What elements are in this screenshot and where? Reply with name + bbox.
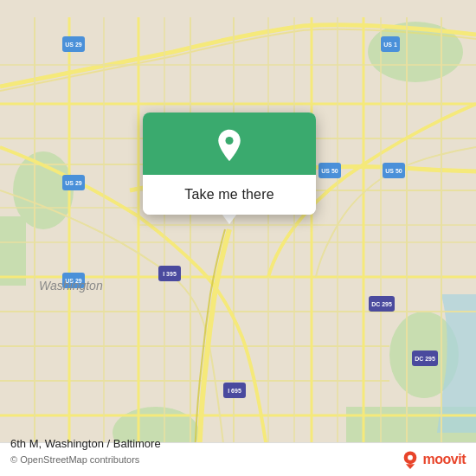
location-label: 6th M, Washington / Baltimore <box>10 437 161 450</box>
svg-text:I 395: I 395 <box>163 271 177 277</box>
take-me-there-button[interactable]: Take me there <box>143 175 316 215</box>
svg-text:US 29: US 29 <box>65 180 82 186</box>
svg-text:US 50: US 50 <box>321 168 338 174</box>
bottom-bar: © OpenStreetMap contributors 6th M, Wash… <box>0 442 476 476</box>
location-pin-icon <box>212 128 247 163</box>
map-background: US 29 US 29 US 29 US 1 US 50 US 50 I 395… <box>0 0 476 476</box>
svg-text:US 1: US 1 <box>383 42 397 48</box>
popup-header <box>143 113 316 175</box>
svg-text:DC 295: DC 295 <box>371 301 392 307</box>
moovit-text: moovit <box>423 452 466 467</box>
moovit-logo: moovit <box>401 450 466 469</box>
moovit-icon <box>401 450 420 469</box>
svg-text:I 695: I 695 <box>228 388 241 394</box>
svg-point-59 <box>408 455 413 460</box>
svg-text:US 50: US 50 <box>385 168 402 174</box>
map-container: US 29 US 29 US 29 US 1 US 50 US 50 I 395… <box>0 0 476 476</box>
svg-point-57 <box>225 137 233 145</box>
svg-text:US 29: US 29 <box>65 42 82 48</box>
svg-rect-4 <box>0 216 26 286</box>
popup-card: Take me there <box>143 113 316 215</box>
osm-attribution: © OpenStreetMap contributors <box>10 454 139 465</box>
svg-text:Washington: Washington <box>39 279 103 293</box>
svg-text:DC 295: DC 295 <box>415 356 435 362</box>
